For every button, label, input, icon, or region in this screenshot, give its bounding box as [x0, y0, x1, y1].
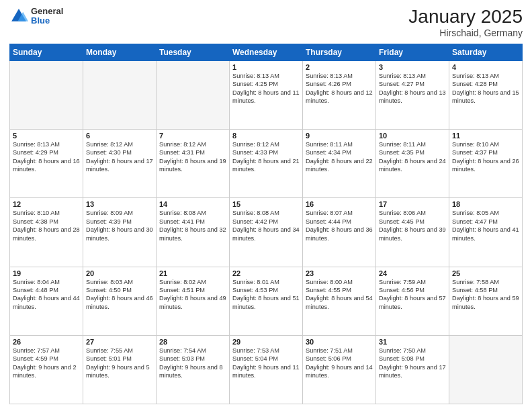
calendar-cell: 4Sunrise: 8:13 AM Sunset: 4:28 PM Daylig…	[449, 60, 523, 129]
day-info: Sunrise: 8:13 AM Sunset: 4:29 PM Dayligh…	[13, 140, 80, 174]
day-number: 5	[13, 132, 80, 140]
calendar-cell: 7Sunrise: 8:12 AM Sunset: 4:31 PM Daylig…	[157, 130, 230, 198]
day-number: 7	[159, 132, 226, 140]
calendar-cell	[10, 60, 83, 129]
day-info: Sunrise: 7:54 AM Sunset: 5:03 PM Dayligh…	[159, 347, 226, 380]
day-info: Sunrise: 8:11 AM Sunset: 4:34 PM Dayligh…	[306, 140, 373, 174]
page: General Blue January 2025 Hirschaid, Ger…	[0, 0, 532, 411]
day-number: 6	[86, 132, 153, 140]
calendar-cell: 28Sunrise: 7:54 AM Sunset: 5:03 PM Dayli…	[157, 335, 230, 404]
day-info: Sunrise: 8:12 AM Sunset: 4:33 PM Dayligh…	[232, 140, 300, 174]
calendar-cell: 19Sunrise: 8:04 AM Sunset: 4:48 PM Dayli…	[10, 267, 83, 335]
logo-general-text: General	[31, 7, 63, 16]
day-info: Sunrise: 8:09 AM Sunset: 4:39 PM Dayligh…	[86, 209, 153, 242]
day-number: 22	[232, 269, 300, 277]
calendar-cell: 21Sunrise: 8:02 AM Sunset: 4:51 PM Dayli…	[157, 267, 230, 335]
week-row-2: 5Sunrise: 8:13 AM Sunset: 4:29 PM Daylig…	[10, 130, 523, 198]
day-info: Sunrise: 8:08 AM Sunset: 4:41 PM Dayligh…	[159, 209, 226, 242]
day-info: Sunrise: 7:53 AM Sunset: 5:04 PM Dayligh…	[232, 347, 300, 380]
day-info: Sunrise: 7:58 AM Sunset: 4:58 PM Dayligh…	[452, 278, 519, 312]
calendar-cell: 24Sunrise: 7:59 AM Sunset: 4:56 PM Dayli…	[376, 267, 449, 335]
weekday-header-friday: Friday	[376, 44, 449, 60]
day-number: 25	[452, 269, 519, 277]
day-number: 20	[86, 269, 153, 277]
calendar-cell	[157, 60, 230, 129]
day-info: Sunrise: 7:59 AM Sunset: 4:56 PM Dayligh…	[379, 278, 446, 312]
day-info: Sunrise: 8:12 AM Sunset: 4:30 PM Dayligh…	[86, 140, 153, 174]
calendar-cell: 2Sunrise: 8:13 AM Sunset: 4:26 PM Daylig…	[303, 60, 376, 129]
calendar-cell: 11Sunrise: 8:10 AM Sunset: 4:37 PM Dayli…	[449, 130, 523, 198]
calendar-cell: 31Sunrise: 7:50 AM Sunset: 5:08 PM Dayli…	[376, 335, 449, 404]
day-info: Sunrise: 8:04 AM Sunset: 4:48 PM Dayligh…	[13, 278, 80, 312]
day-number: 29	[232, 338, 300, 346]
week-row-5: 26Sunrise: 7:57 AM Sunset: 4:59 PM Dayli…	[10, 335, 523, 404]
calendar-cell: 29Sunrise: 7:53 AM Sunset: 5:04 PM Dayli…	[230, 335, 303, 404]
logo-icon	[9, 7, 28, 26]
day-info: Sunrise: 8:06 AM Sunset: 4:45 PM Dayligh…	[379, 209, 446, 242]
day-info: Sunrise: 8:13 AM Sunset: 4:26 PM Dayligh…	[306, 72, 373, 105]
day-info: Sunrise: 8:03 AM Sunset: 4:50 PM Dayligh…	[86, 278, 153, 312]
calendar-cell	[83, 60, 157, 129]
day-number: 23	[306, 269, 373, 277]
weekday-header-row: SundayMondayTuesdayWednesdayThursdayFrid…	[10, 44, 523, 60]
calendar-title: January 2025	[408, 7, 523, 28]
calendar-cell: 25Sunrise: 7:58 AM Sunset: 4:58 PM Dayli…	[449, 267, 523, 335]
title-block: January 2025 Hirschaid, Germany	[408, 7, 523, 38]
day-number: 4	[452, 63, 519, 71]
calendar-cell: 30Sunrise: 7:51 AM Sunset: 5:06 PM Dayli…	[303, 335, 376, 404]
calendar-cell: 5Sunrise: 8:13 AM Sunset: 4:29 PM Daylig…	[10, 130, 83, 198]
day-number: 12	[13, 200, 80, 208]
logo: General Blue	[9, 7, 63, 26]
week-row-4: 19Sunrise: 8:04 AM Sunset: 4:48 PM Dayli…	[10, 267, 523, 335]
day-info: Sunrise: 8:01 AM Sunset: 4:53 PM Dayligh…	[232, 278, 300, 312]
calendar-cell: 27Sunrise: 7:55 AM Sunset: 5:01 PM Dayli…	[83, 335, 157, 404]
calendar-cell: 3Sunrise: 8:13 AM Sunset: 4:27 PM Daylig…	[376, 60, 449, 129]
day-number: 21	[159, 269, 226, 277]
day-number: 26	[13, 338, 80, 346]
day-number: 10	[379, 132, 446, 140]
logo-text: General Blue	[31, 7, 63, 26]
day-info: Sunrise: 7:57 AM Sunset: 4:59 PM Dayligh…	[13, 347, 80, 380]
day-info: Sunrise: 8:13 AM Sunset: 4:28 PM Dayligh…	[452, 72, 519, 105]
day-number: 18	[452, 200, 519, 208]
day-info: Sunrise: 8:10 AM Sunset: 4:37 PM Dayligh…	[452, 140, 519, 174]
calendar-cell: 9Sunrise: 8:11 AM Sunset: 4:34 PM Daylig…	[303, 130, 376, 198]
weekday-header-monday: Monday	[83, 44, 157, 60]
week-row-1: 1Sunrise: 8:13 AM Sunset: 4:25 PM Daylig…	[10, 60, 523, 129]
day-info: Sunrise: 8:07 AM Sunset: 4:44 PM Dayligh…	[306, 209, 373, 242]
day-info: Sunrise: 7:50 AM Sunset: 5:08 PM Dayligh…	[379, 347, 446, 380]
day-info: Sunrise: 8:08 AM Sunset: 4:42 PM Dayligh…	[232, 209, 300, 242]
weekday-header-saturday: Saturday	[449, 44, 523, 60]
logo-blue-text: Blue	[31, 16, 63, 26]
weekday-header-sunday: Sunday	[10, 44, 83, 60]
day-number: 28	[159, 338, 226, 346]
calendar-cell: 23Sunrise: 8:00 AM Sunset: 4:55 PM Dayli…	[303, 267, 376, 335]
day-info: Sunrise: 8:02 AM Sunset: 4:51 PM Dayligh…	[159, 278, 226, 312]
day-info: Sunrise: 8:13 AM Sunset: 4:25 PM Dayligh…	[232, 72, 300, 105]
calendar-cell: 10Sunrise: 8:11 AM Sunset: 4:35 PM Dayli…	[376, 130, 449, 198]
day-number: 15	[232, 200, 300, 208]
day-number: 14	[159, 200, 226, 208]
day-number: 24	[379, 269, 446, 277]
calendar-cell: 13Sunrise: 8:09 AM Sunset: 4:39 PM Dayli…	[83, 198, 157, 267]
calendar-cell: 6Sunrise: 8:12 AM Sunset: 4:30 PM Daylig…	[83, 130, 157, 198]
day-number: 30	[306, 338, 373, 346]
day-info: Sunrise: 8:00 AM Sunset: 4:55 PM Dayligh…	[306, 278, 373, 312]
calendar-cell: 1Sunrise: 8:13 AM Sunset: 4:25 PM Daylig…	[230, 60, 303, 129]
calendar-cell: 26Sunrise: 7:57 AM Sunset: 4:59 PM Dayli…	[10, 335, 83, 404]
day-number: 1	[232, 63, 300, 71]
calendar-cell	[449, 335, 523, 404]
day-info: Sunrise: 7:51 AM Sunset: 5:06 PM Dayligh…	[306, 347, 373, 380]
calendar-cell: 20Sunrise: 8:03 AM Sunset: 4:50 PM Dayli…	[83, 267, 157, 335]
calendar-table: SundayMondayTuesdayWednesdayThursdayFrid…	[9, 44, 523, 404]
weekday-header-thursday: Thursday	[303, 44, 376, 60]
day-info: Sunrise: 8:13 AM Sunset: 4:27 PM Dayligh…	[379, 72, 446, 105]
day-number: 19	[13, 269, 80, 277]
day-number: 16	[306, 200, 373, 208]
day-number: 9	[306, 132, 373, 140]
weekday-header-tuesday: Tuesday	[157, 44, 230, 60]
calendar-cell: 12Sunrise: 8:10 AM Sunset: 4:38 PM Dayli…	[10, 198, 83, 267]
day-number: 3	[379, 63, 446, 71]
calendar-cell: 14Sunrise: 8:08 AM Sunset: 4:41 PM Dayli…	[157, 198, 230, 267]
day-info: Sunrise: 8:11 AM Sunset: 4:35 PM Dayligh…	[379, 140, 446, 174]
